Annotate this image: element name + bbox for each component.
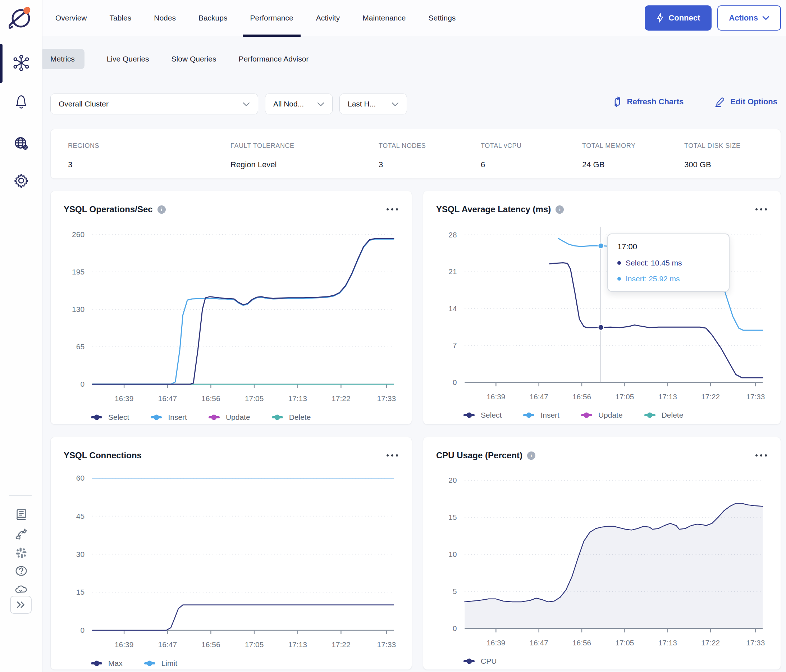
legend-marker-icon [209, 416, 220, 419]
subtab-performance-advisor[interactable]: Performance Advisor [238, 49, 308, 69]
legend-item-delete[interactable]: Delete [645, 411, 684, 419]
y-tick-label: 15 [448, 513, 457, 521]
help-icon[interactable] [12, 562, 30, 580]
legend-item-limit[interactable]: Limit [144, 659, 177, 668]
nodes-select[interactable]: All Nod... [265, 93, 333, 114]
y-tick-label: 0 [453, 624, 457, 633]
expand-sidebar-button[interactable] [10, 596, 31, 614]
info-icon[interactable]: i [555, 205, 564, 214]
slack-icon[interactable] [12, 544, 30, 562]
x-tick-label: 17:33 [746, 392, 765, 401]
chart-card-ysql-latency: YSQL Average Latency (ms) i 0714212816:3… [423, 190, 781, 425]
x-tick-label: 16:47 [158, 641, 177, 648]
x-tick-label: 17:05 [245, 394, 264, 403]
bell-icon[interactable] [12, 93, 30, 110]
legend-label: Update [226, 413, 250, 422]
x-tick-label: 16:39 [115, 394, 134, 403]
book-icon[interactable] [12, 506, 30, 524]
tab-tables[interactable]: Tables [110, 0, 132, 36]
legend-marker-icon [144, 662, 155, 664]
subtab-live-queries[interactable]: Live Queries [107, 49, 149, 69]
legend-marker-icon [464, 414, 475, 416]
legend-item-select[interactable]: Select [464, 411, 501, 419]
globe-gear-icon[interactable] [12, 135, 30, 153]
chart-card-cpu-usage: CPU Usage (Percent) i 0510152016:3916:47… [423, 437, 781, 670]
nav-tabs: Overview Tables Nodes Backups Performanc… [55, 0, 456, 36]
legend-item-insert[interactable]: Insert [523, 411, 560, 419]
more-options-icon[interactable] [755, 452, 768, 459]
legend-item-cpu[interactable]: CPU [464, 657, 497, 666]
chevron-down-icon [243, 100, 250, 108]
legend-marker-icon [91, 416, 102, 419]
y-tick-label: 260 [72, 230, 85, 239]
more-options-icon[interactable] [386, 452, 399, 459]
legend-item-update[interactable]: Update [581, 411, 623, 419]
more-options-icon[interactable] [755, 206, 768, 212]
y-tick-label: 45 [76, 512, 85, 520]
chart-title: YSQL Connections [64, 450, 141, 461]
legend-label: Select [108, 413, 129, 422]
cpu-usage-chart[interactable]: 0510152016:3916:4716:5617:0517:1317:2217… [436, 467, 768, 654]
chart-canvas[interactable]: 06513019526016:3916:4716:5617:0517:1317:… [64, 221, 399, 410]
plug-icon[interactable] [12, 525, 30, 543]
chevron-down-icon [391, 100, 399, 108]
connect-button[interactable]: Connect [645, 5, 712, 31]
tab-activity[interactable]: Activity [316, 0, 340, 36]
legend-label: CPU [481, 657, 497, 666]
info-icon[interactable]: i [157, 205, 166, 214]
legend-label: Insert [541, 411, 560, 419]
gear-icon[interactable] [12, 172, 30, 190]
ysql-connections-chart[interactable]: 01530456016:3916:4716:5617:0517:1317:221… [64, 467, 399, 656]
y-tick-label: 15 [76, 588, 85, 596]
legend-label: Delete [289, 413, 311, 422]
legend-label: Delete [662, 411, 684, 419]
series-dot [617, 261, 621, 265]
legend-label: Update [598, 411, 623, 419]
chart-canvas[interactable]: 0510152016:3916:4716:5617:0517:1317:2217… [436, 467, 768, 654]
tab-maintenance[interactable]: Maintenance [362, 0, 406, 36]
legend-item-delete[interactable]: Delete [272, 413, 311, 422]
legend-item-max[interactable]: Max [91, 659, 123, 668]
pencil-icon [714, 96, 725, 107]
subtab-metrics[interactable]: Metrics [41, 49, 85, 69]
tooltip-time: 17:00 [617, 242, 720, 252]
x-tick-label: 16:56 [201, 641, 220, 648]
chevron-down-icon [762, 16, 769, 20]
tab-backups[interactable]: Backups [198, 0, 228, 36]
chart-tooltip: 17:00 Select: 10.45 ms Insert: 25.92 ms [607, 233, 729, 292]
x-tick-label: 17:33 [746, 639, 765, 647]
edit-options-button[interactable]: Edit Options [714, 96, 777, 107]
legend-marker-icon [645, 414, 656, 416]
refresh-charts-button[interactable]: Refresh Charts [613, 96, 684, 107]
y-tick-label: 14 [448, 304, 457, 313]
chart-canvas[interactable]: 01530456016:3916:4716:5617:0517:1317:221… [64, 467, 399, 656]
y-tick-label: 10 [448, 550, 457, 558]
tab-settings[interactable]: Settings [428, 0, 456, 36]
time-range-select[interactable]: Last H... [340, 93, 407, 114]
tab-nodes[interactable]: Nodes [154, 0, 176, 36]
cloud-icon[interactable] [12, 580, 30, 598]
y-tick-label: 195 [72, 268, 85, 276]
sidebar [0, 0, 42, 672]
actions-button[interactable]: Actions [717, 5, 781, 31]
tab-performance[interactable]: Performance [250, 0, 293, 36]
legend-item-select[interactable]: Select [91, 413, 129, 422]
chart-title: CPU Usage (Percent) [436, 450, 522, 461]
cluster-icon[interactable] [12, 54, 30, 72]
chart-legend: MaxLimit [91, 659, 399, 668]
x-tick-label: 17:22 [701, 392, 720, 401]
tab-overview[interactable]: Overview [55, 0, 87, 36]
legend-item-update[interactable]: Update [209, 413, 250, 422]
x-tick-label: 16:47 [158, 394, 177, 403]
yugabyte-logo[interactable] [9, 5, 33, 30]
ysql-operations-chart[interactable]: 06513019526016:3916:4716:5617:0517:1317:… [64, 221, 399, 410]
x-tick-label: 17:33 [377, 641, 396, 648]
y-tick-label: 0 [80, 380, 85, 388]
x-tick-label: 17:13 [288, 394, 307, 403]
info-icon[interactable]: i [527, 452, 535, 460]
subtab-slow-queries[interactable]: Slow Queries [171, 49, 217, 69]
legend-item-insert[interactable]: Insert [151, 413, 187, 422]
cluster-select[interactable]: Overall Cluster [50, 93, 258, 114]
more-options-icon[interactable] [386, 206, 399, 212]
series-line-max [93, 605, 394, 630]
